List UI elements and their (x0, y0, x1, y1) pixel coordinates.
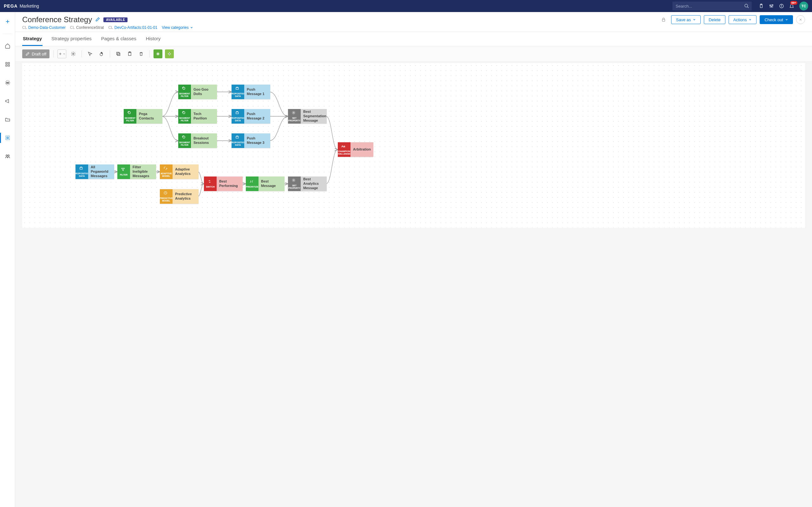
rail-grid-icon[interactable] (0, 58, 15, 71)
lock-icon[interactable] (659, 15, 668, 24)
paste-icon[interactable] (125, 49, 134, 58)
global-search[interactable] (672, 2, 752, 10)
svg-text:AB: AB (341, 145, 345, 148)
node-tech[interactable]: SEGMENT FILTERTech Pavilion (178, 109, 217, 124)
notifications-icon[interactable]: 99+ (787, 2, 796, 10)
rail-megaphone-icon[interactable] (0, 95, 15, 107)
draft-toggle[interactable]: Draft off (22, 49, 49, 58)
add-shape-button[interactable] (57, 49, 66, 58)
node-label: Pega Contacts (136, 109, 162, 124)
node-goo[interactable]: SEGMENT FILTERGoo Goo Dolls (178, 84, 217, 99)
node-label: Best Segmentation Message (301, 109, 327, 124)
tab-strategy[interactable]: Strategy (22, 32, 43, 46)
node-pred[interactable]: PREDICTIVE MODELPredictive Analytics (160, 189, 199, 204)
svg-point-7 (770, 5, 771, 6)
node-adapt[interactable]: ADAPTIVE MODELAdaptive Analytics (160, 164, 199, 179)
canvas-scroll[interactable]: SEGMENT FILTERPega ContactsSEGMENT FILTE… (15, 62, 812, 507)
node-switch[interactable]: SWITCHBest Performing (204, 176, 243, 191)
svg-line-1 (747, 7, 749, 8)
view-categories-link[interactable]: View categories (162, 25, 193, 30)
rail-strategy-icon[interactable] (0, 131, 15, 144)
svg-point-46 (183, 112, 185, 114)
node-pega[interactable]: SEGMENT FILTERPega Contacts (124, 109, 162, 124)
node-bseg[interactable]: SET PROPERTYBest Segmentation Message (288, 109, 327, 124)
node-label: Adaptive Analytics (172, 164, 199, 179)
node-break[interactable]: SEGMENT FILTERBreakout Sessions (178, 133, 217, 148)
node-label: Push Message 3 (244, 133, 270, 148)
node-label: Push Message 1 (244, 84, 270, 99)
breadcrumb: CLDemo-Data-CustomerCLConferenceStratCLD… (22, 25, 659, 30)
pan-icon[interactable] (97, 49, 106, 58)
top-nav: PEGA Marketing 99+ TC (0, 0, 812, 12)
svg-point-47 (183, 136, 185, 138)
page-header: Conference Strategy AVAILABLE CLDemo-Dat… (15, 12, 812, 32)
adapt-icon: ADAPTIVE MODEL (160, 164, 172, 179)
node-label: Best Analytics Message (301, 176, 327, 191)
close-icon[interactable] (796, 15, 805, 24)
svg-rect-21 (6, 136, 9, 140)
rail-interaction-icon[interactable]: 1:1 (0, 76, 15, 89)
switch-icon: SWITCH (204, 176, 217, 191)
node-allmsg[interactable]: PROPOSITION DATAAll Pegaworld Messages (75, 164, 114, 179)
brand-primary: PEGA (4, 3, 18, 9)
svg-rect-16 (8, 62, 9, 64)
svg-rect-50 (236, 136, 239, 138)
node-pm1[interactable]: PROPOSITION DATAPush Message 1 (232, 84, 270, 99)
breadcrumb-item[interactable]: DevCo-Artifacts:01-01-01 (114, 25, 157, 30)
avatar[interactable]: TC (799, 2, 808, 10)
clipboard-icon[interactable] (757, 2, 766, 10)
search-icon[interactable] (742, 2, 752, 10)
svg-text:1:1: 1:1 (6, 82, 9, 83)
checkout-button[interactable]: Check out (760, 15, 793, 24)
svg-rect-22 (7, 137, 8, 139)
sliders-icon[interactable] (767, 2, 776, 10)
brand-secondary: Marketing (20, 3, 39, 9)
canvas-toolbar: Draft off (15, 46, 812, 62)
status-badge: AVAILABLE (103, 17, 128, 22)
delete-button[interactable]: Delete (704, 15, 725, 24)
info-icon[interactable] (777, 2, 786, 10)
page-title: Conference Strategy (22, 15, 92, 24)
edit-title-icon[interactable] (95, 17, 100, 23)
node-label: Best Performing (217, 176, 243, 191)
search-input[interactable] (672, 4, 742, 9)
champ-icon: ABCHAMPION CHALLENGER (338, 142, 351, 157)
node-label: Push Message 2 (244, 109, 270, 124)
tab-pages-classes[interactable]: Pages & classes (101, 32, 137, 46)
tabs: StrategyStrategy propertiesPages & class… (15, 32, 812, 46)
rail-home-icon[interactable] (0, 40, 15, 52)
strategy-canvas[interactable]: SEGMENT FILTERPega ContactsSEGMENT FILTE… (22, 63, 805, 228)
node-pm3[interactable]: PROPOSITION DATAPush Message 3 (232, 133, 270, 148)
pointer-icon[interactable] (86, 49, 95, 58)
breadcrumb-item[interactable]: Demo-Data-Customer (28, 25, 65, 30)
node-bana[interactable]: SET PROPERTYBest Analytics Message (288, 176, 327, 191)
svg-point-8 (771, 6, 772, 7)
node-filt[interactable]: FILTERFilter Ineligible Messages (117, 164, 156, 179)
actions-button[interactable]: Actions (728, 15, 757, 24)
tab-history[interactable]: History (145, 32, 161, 46)
svg-rect-53 (80, 168, 83, 170)
copy-icon[interactable] (114, 49, 123, 58)
rail-folder-icon[interactable] (0, 113, 15, 126)
svg-point-24 (8, 155, 9, 157)
node-label: Arbitration (351, 142, 373, 157)
rail-users-icon[interactable] (0, 150, 15, 163)
prop-icon: PROPOSITION DATA (232, 109, 244, 124)
svg-rect-43 (169, 53, 170, 55)
align-distribute-icon[interactable] (165, 49, 174, 58)
gear-icon[interactable] (69, 49, 78, 58)
node-label: Goo Goo Dolls (191, 84, 217, 99)
predict-icon: PREDICTIVE MODEL (160, 189, 172, 204)
svg-rect-17 (6, 65, 7, 66)
save-as-button[interactable]: Save as (671, 15, 701, 24)
align-center-icon[interactable] (154, 49, 162, 58)
node-prior[interactable]: PRIORITIZEBest Message (246, 176, 285, 191)
segment-icon: SEGMENT FILTER (178, 84, 191, 99)
node-label: All Pegaworld Messages (88, 164, 114, 179)
trash-icon[interactable] (137, 49, 146, 58)
node-arb[interactable]: ABCHAMPION CHALLENGERArbitration (338, 142, 373, 157)
node-pm2[interactable]: PROPOSITION DATAPush Message 2 (232, 109, 270, 124)
tab-strategy-properties[interactable]: Strategy properties (51, 32, 92, 46)
svg-rect-15 (6, 62, 7, 64)
rail-add-button[interactable] (0, 15, 15, 28)
